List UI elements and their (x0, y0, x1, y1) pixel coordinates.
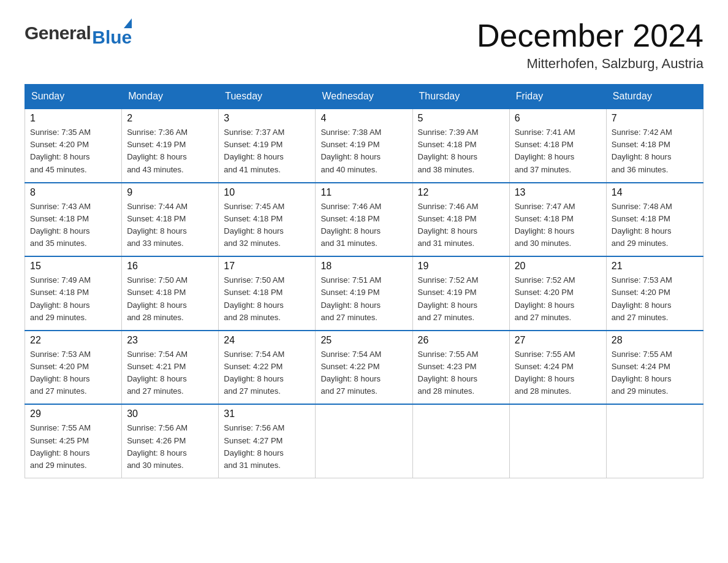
day-info: Sunrise: 7:51 AM Sunset: 4:19 PM Dayligh… (320, 274, 407, 324)
day-cell: 3 Sunrise: 7:37 AM Sunset: 4:19 PM Dayli… (219, 109, 316, 183)
day-cell (509, 404, 606, 478)
day-info: Sunrise: 7:49 AM Sunset: 4:18 PM Dayligh… (30, 274, 116, 324)
weekday-header-friday: Friday (509, 85, 606, 109)
day-cell: 17 Sunrise: 7:50 AM Sunset: 4:18 PM Dayl… (219, 256, 316, 331)
day-info: Sunrise: 7:44 AM Sunset: 4:18 PM Dayligh… (127, 201, 213, 250)
day-number: 3 (224, 113, 310, 124)
day-number: 24 (224, 335, 310, 346)
day-cell: 8 Sunrise: 7:43 AM Sunset: 4:18 PM Dayli… (25, 183, 122, 257)
day-cell: 29 Sunrise: 7:55 AM Sunset: 4:25 PM Dayl… (25, 404, 122, 478)
day-info: Sunrise: 7:50 AM Sunset: 4:18 PM Dayligh… (224, 274, 310, 324)
day-number: 18 (320, 261, 407, 272)
weekday-header-row: SundayMondayTuesdayWednesdayThursdayFrid… (25, 85, 703, 109)
calendar-table: SundayMondayTuesdayWednesdayThursdayFrid… (25, 84, 703, 478)
day-number: 28 (612, 335, 698, 346)
day-cell: 1 Sunrise: 7:35 AM Sunset: 4:20 PM Dayli… (25, 109, 122, 183)
week-row-2: 8 Sunrise: 7:43 AM Sunset: 4:18 PM Dayli… (25, 183, 703, 257)
day-number: 22 (30, 335, 116, 346)
day-number: 6 (515, 113, 601, 124)
day-cell (316, 404, 412, 478)
day-cell: 23 Sunrise: 7:54 AM Sunset: 4:21 PM Dayl… (122, 331, 219, 405)
day-cell: 28 Sunrise: 7:55 AM Sunset: 4:24 PM Dayl… (606, 331, 703, 405)
day-info: Sunrise: 7:52 AM Sunset: 4:19 PM Dayligh… (418, 274, 504, 324)
day-number: 29 (30, 408, 116, 419)
day-number: 16 (127, 261, 213, 272)
day-number: 12 (418, 187, 504, 198)
day-cell: 21 Sunrise: 7:53 AM Sunset: 4:20 PM Dayl… (606, 256, 703, 331)
day-cell: 24 Sunrise: 7:54 AM Sunset: 4:22 PM Dayl… (219, 331, 316, 405)
day-cell: 18 Sunrise: 7:51 AM Sunset: 4:19 PM Dayl… (316, 256, 412, 331)
header: General Blue December 2024 Mitterhofen, … (25, 18, 703, 72)
day-info: Sunrise: 7:56 AM Sunset: 4:27 PM Dayligh… (224, 422, 310, 472)
weekday-header-saturday: Saturday (606, 85, 703, 109)
week-row-1: 1 Sunrise: 7:35 AM Sunset: 4:20 PM Dayli… (25, 109, 703, 183)
day-cell: 25 Sunrise: 7:54 AM Sunset: 4:22 PM Dayl… (316, 331, 412, 405)
weekday-header-tuesday: Tuesday (219, 85, 316, 109)
day-info: Sunrise: 7:42 AM Sunset: 4:18 PM Dayligh… (612, 126, 698, 176)
day-cell: 27 Sunrise: 7:55 AM Sunset: 4:24 PM Dayl… (509, 331, 606, 405)
day-info: Sunrise: 7:39 AM Sunset: 4:18 PM Dayligh… (418, 126, 504, 176)
day-cell: 11 Sunrise: 7:46 AM Sunset: 4:18 PM Dayl… (316, 183, 412, 257)
day-info: Sunrise: 7:50 AM Sunset: 4:18 PM Dayligh… (127, 274, 213, 324)
weekday-header-sunday: Sunday (25, 85, 122, 109)
day-info: Sunrise: 7:46 AM Sunset: 4:18 PM Dayligh… (320, 201, 407, 250)
day-cell: 14 Sunrise: 7:48 AM Sunset: 4:18 PM Dayl… (606, 183, 703, 257)
day-number: 8 (30, 187, 116, 198)
day-info: Sunrise: 7:38 AM Sunset: 4:19 PM Dayligh… (320, 126, 407, 176)
day-info: Sunrise: 7:52 AM Sunset: 4:20 PM Dayligh… (515, 274, 601, 324)
day-number: 11 (320, 187, 407, 198)
logo-blue-section: Blue (92, 18, 132, 48)
day-cell: 2 Sunrise: 7:36 AM Sunset: 4:19 PM Dayli… (122, 109, 219, 183)
day-cell: 7 Sunrise: 7:42 AM Sunset: 4:18 PM Dayli… (606, 109, 703, 183)
day-info: Sunrise: 7:35 AM Sunset: 4:20 PM Dayligh… (30, 126, 116, 176)
weekday-header-thursday: Thursday (412, 85, 509, 109)
day-number: 5 (418, 113, 504, 124)
day-cell: 16 Sunrise: 7:50 AM Sunset: 4:18 PM Dayl… (122, 256, 219, 331)
day-cell: 4 Sunrise: 7:38 AM Sunset: 4:19 PM Dayli… (316, 109, 412, 183)
day-cell: 5 Sunrise: 7:39 AM Sunset: 4:18 PM Dayli… (412, 109, 509, 183)
day-info: Sunrise: 7:55 AM Sunset: 4:25 PM Dayligh… (30, 422, 116, 472)
day-number: 20 (515, 261, 601, 272)
day-info: Sunrise: 7:48 AM Sunset: 4:18 PM Dayligh… (612, 201, 698, 250)
location-title: Mitterhofen, Salzburg, Austria (477, 56, 703, 72)
day-info: Sunrise: 7:55 AM Sunset: 4:23 PM Dayligh… (418, 348, 504, 398)
logo-blue-text: Blue (92, 27, 132, 48)
day-info: Sunrise: 7:37 AM Sunset: 4:19 PM Dayligh… (224, 126, 310, 176)
day-info: Sunrise: 7:54 AM Sunset: 4:22 PM Dayligh… (224, 348, 310, 398)
day-info: Sunrise: 7:36 AM Sunset: 4:19 PM Dayligh… (127, 126, 213, 176)
day-number: 19 (418, 261, 504, 272)
day-info: Sunrise: 7:46 AM Sunset: 4:18 PM Dayligh… (418, 201, 504, 250)
day-number: 31 (224, 408, 310, 419)
day-info: Sunrise: 7:43 AM Sunset: 4:18 PM Dayligh… (30, 201, 116, 250)
day-cell: 9 Sunrise: 7:44 AM Sunset: 4:18 PM Dayli… (122, 183, 219, 257)
weekday-header-wednesday: Wednesday (316, 85, 412, 109)
title-area: December 2024 Mitterhofen, Salzburg, Aus… (477, 18, 703, 72)
day-info: Sunrise: 7:53 AM Sunset: 4:20 PM Dayligh… (612, 274, 698, 324)
day-number: 1 (30, 113, 116, 124)
day-number: 21 (612, 261, 698, 272)
day-number: 2 (127, 113, 213, 124)
day-cell: 12 Sunrise: 7:46 AM Sunset: 4:18 PM Dayl… (412, 183, 509, 257)
month-title: December 2024 (477, 18, 703, 53)
logo-general-text: General (25, 23, 91, 44)
logo: General Blue (25, 18, 132, 48)
day-info: Sunrise: 7:53 AM Sunset: 4:20 PM Dayligh… (30, 348, 116, 398)
day-cell: 13 Sunrise: 7:47 AM Sunset: 4:18 PM Dayl… (509, 183, 606, 257)
day-cell: 15 Sunrise: 7:49 AM Sunset: 4:18 PM Dayl… (25, 256, 122, 331)
day-number: 10 (224, 187, 310, 198)
day-number: 17 (224, 261, 310, 272)
weekday-header-monday: Monday (122, 85, 219, 109)
day-number: 15 (30, 261, 116, 272)
day-info: Sunrise: 7:55 AM Sunset: 4:24 PM Dayligh… (612, 348, 698, 398)
day-cell: 6 Sunrise: 7:41 AM Sunset: 4:18 PM Dayli… (509, 109, 606, 183)
day-number: 4 (320, 113, 407, 124)
day-info: Sunrise: 7:41 AM Sunset: 4:18 PM Dayligh… (515, 126, 601, 176)
day-number: 23 (127, 335, 213, 346)
week-row-3: 15 Sunrise: 7:49 AM Sunset: 4:18 PM Dayl… (25, 256, 703, 331)
week-row-5: 29 Sunrise: 7:55 AM Sunset: 4:25 PM Dayl… (25, 404, 703, 478)
week-row-4: 22 Sunrise: 7:53 AM Sunset: 4:20 PM Dayl… (25, 331, 703, 405)
day-number: 7 (612, 113, 698, 124)
day-cell (412, 404, 509, 478)
day-number: 27 (515, 335, 601, 346)
day-cell: 26 Sunrise: 7:55 AM Sunset: 4:23 PM Dayl… (412, 331, 509, 405)
